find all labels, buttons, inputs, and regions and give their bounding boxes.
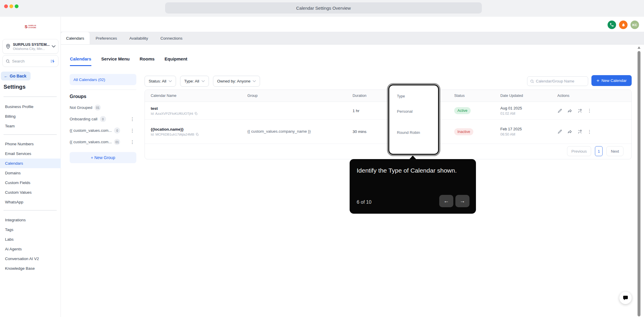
calendar-search	[527, 76, 588, 86]
group-label: Not Grouped	[70, 105, 92, 110]
share-icon[interactable]	[567, 129, 572, 134]
subtab-rooms[interactable]: Rooms	[140, 56, 155, 66]
sidebar-item-knowledge-base[interactable]: Knowledge Base	[0, 264, 61, 273]
window-close-button[interactable]	[4, 4, 8, 8]
sidebar-item-business-profile[interactable]: Business Profile	[0, 102, 61, 112]
sidebar-item-phone-numbers[interactable]: Phone Numbers	[0, 139, 61, 149]
previous-page-button[interactable]: Previous	[567, 146, 591, 156]
header-actions: KC	[608, 21, 639, 29]
window-title: Calendar Settings Overview	[165, 2, 482, 14]
sidebar-item-custom-values[interactable]: Custom Values	[0, 188, 61, 197]
col-status: Status	[448, 94, 494, 98]
group-item-not-grouped[interactable]: Not Grouped 01	[70, 102, 136, 113]
phone-button[interactable]	[608, 21, 616, 29]
tooltip-arrow	[409, 156, 416, 159]
tour-spotlight-type-column: Type Personal Round Robin	[388, 85, 439, 155]
tab-availability[interactable]: Availability	[123, 32, 154, 44]
groups-panel: All Calendars (02) Groups Not Grouped 01…	[70, 74, 136, 163]
group-item-onboarding-call[interactable]: Onboarding call 0 ⋮	[70, 113, 136, 125]
sidebar-item-integrations[interactable]: Integrations	[0, 215, 61, 225]
tour-next-button[interactable]: →	[455, 195, 469, 207]
copy-icon[interactable]	[194, 112, 198, 115]
search-icon	[530, 79, 534, 83]
copy-icon[interactable]	[195, 133, 199, 136]
new-group-button[interactable]: + New Group	[70, 152, 136, 163]
status-badge: Inactive	[454, 128, 473, 135]
brand-logo-line1: SURPLUS	[28, 25, 36, 26]
location-name: SURPLUS SYSTEM...	[13, 43, 50, 47]
sidebar-item-whatsapp[interactable]: WhatsApp	[0, 197, 61, 207]
sidebar-item-domains[interactable]: Domains	[0, 168, 61, 178]
group-item-custom-values-2[interactable]: {{ custom_values.com... 01 ⋮	[70, 136, 136, 148]
sidebar-item-tags[interactable]: Tags	[0, 225, 61, 235]
groups-heading: Groups	[70, 94, 136, 99]
location-subtext: Oklahoma City, Min...	[13, 47, 50, 50]
group-count-badge: 01	[114, 139, 120, 145]
sidebar-item-conversation-ai-v2[interactable]: Conversation AI V2	[0, 254, 61, 264]
user-avatar[interactable]: KC	[630, 21, 639, 29]
chat-widget-button[interactable]	[619, 292, 632, 304]
search-icon	[6, 59, 10, 63]
chevron-down-icon	[202, 80, 205, 82]
settings-menu-section-3: Integrations Tags Labs Ai Agents Convers…	[0, 215, 61, 273]
status-filter[interactable]: Status: All	[145, 76, 176, 87]
scrollbar-up-arrow-icon[interactable]	[638, 46, 640, 49]
subtab-calendars[interactable]: Calendars	[70, 56, 91, 66]
tour-previous-button[interactable]: ←	[439, 195, 453, 207]
sidebar-item-team[interactable]: Team	[0, 121, 61, 131]
status-filter-label: Status: All	[149, 79, 166, 83]
sidebar-item-ai-agents[interactable]: Ai Agents	[0, 244, 61, 254]
tools-icon[interactable]	[577, 129, 582, 134]
settings-tabbar: Calendars Preferences Availability Conne…	[61, 32, 644, 45]
tools-icon[interactable]	[577, 108, 582, 113]
sidebar-item-email-services[interactable]: Email Services	[0, 149, 61, 158]
sidebar-search-input[interactable]	[12, 59, 48, 63]
type-filter[interactable]: Type: All	[180, 76, 209, 87]
group-kebab-menu-icon[interactable]: ⋮	[128, 139, 136, 145]
share-icon[interactable]	[567, 108, 572, 113]
window-minimize-button[interactable]	[9, 4, 13, 8]
scrollbar-thumb[interactable]	[638, 51, 640, 316]
chevron-down-icon	[253, 80, 256, 82]
sidebar-search	[2, 55, 58, 67]
table-row: test Id: AzaXVPZFloKUf6UOTjHi 1 hr Perso…	[145, 102, 631, 120]
sidebar-item-custom-fields[interactable]: Custom Fields	[0, 178, 61, 188]
edit-icon[interactable]	[557, 129, 562, 134]
brand-logo: S SURPLUS SYSTEMS	[0, 24, 61, 29]
kebab-menu-icon[interactable]: ⋮	[587, 108, 592, 113]
group-kebab-menu-icon[interactable]: ⋮	[128, 128, 136, 133]
owned-by-filter-label: Owned by: Anyone	[217, 79, 250, 83]
time-updated: 06:50 AM	[500, 132, 551, 136]
ai-bolt-icon[interactable]	[50, 59, 55, 64]
all-calendars-filter[interactable]: All Calendars (02)	[70, 74, 136, 85]
calendar-search-input[interactable]	[536, 79, 585, 83]
window-zoom-button[interactable]	[15, 4, 19, 8]
spotlight-type-value-2: Round Robin	[397, 130, 420, 135]
subtab-equipment[interactable]: Equipment	[165, 56, 187, 66]
new-calendar-button[interactable]: + New Calendar	[591, 75, 632, 86]
subtab-service-menu[interactable]: Service Menu	[101, 56, 130, 66]
group-kebab-menu-icon[interactable]: ⋮	[128, 117, 136, 122]
type-filter-label: Type: All	[184, 79, 199, 83]
next-page-button[interactable]: Next	[606, 146, 623, 156]
go-back-button[interactable]: ← Go Back	[1, 72, 31, 80]
page-number[interactable]: 1	[595, 146, 603, 156]
tab-connections[interactable]: Connections	[154, 32, 189, 44]
edit-icon[interactable]	[557, 108, 562, 113]
owned-by-filter[interactable]: Owned by: Anyone	[213, 76, 260, 87]
calendar-name: test	[151, 106, 242, 111]
tab-preferences[interactable]: Preferences	[90, 32, 123, 44]
col-calendar-name: Calendar Name	[145, 94, 242, 98]
kebab-menu-icon[interactable]: ⋮	[587, 129, 592, 134]
calendars-table: Calendar Name Group Duration Type Status…	[145, 90, 632, 159]
notifications-button[interactable]	[619, 21, 628, 29]
sidebar-item-billing[interactable]: Billing	[0, 112, 61, 121]
tab-calendars[interactable]: Calendars	[61, 32, 90, 44]
sidebar-item-calendars[interactable]: Calendars	[0, 158, 61, 168]
group-item-custom-values-1[interactable]: {{ custom_values.com... 0 ⋮	[70, 125, 136, 136]
tour-tooltip: Identify the Type of Calendar shown. 6 o…	[350, 159, 476, 214]
map-pin-icon	[5, 44, 11, 49]
sidebar-item-labs[interactable]: Labs	[0, 235, 61, 244]
group-label: Onboarding call	[70, 117, 98, 121]
location-switcher[interactable]: SURPLUS SYSTEM... Oklahoma City, Min...	[2, 39, 58, 54]
